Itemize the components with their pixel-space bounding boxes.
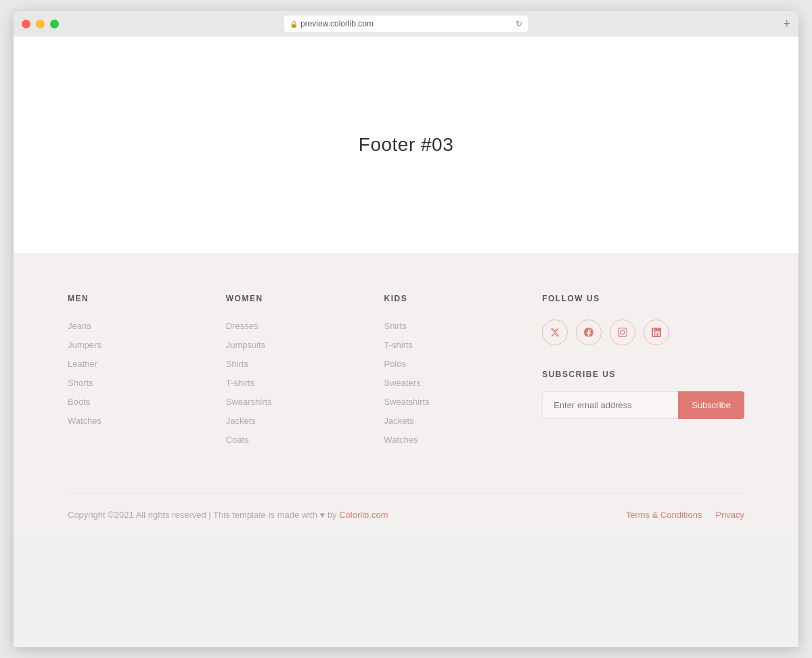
url-text: preview.colorlib.com (300, 19, 374, 28)
list-item: Jumpers (68, 338, 226, 351)
facebook-icon-button[interactable] (576, 320, 602, 345)
men-link-jumpers[interactable]: Jumpers (68, 340, 102, 350)
terms-link[interactable]: Terms & Conditions (626, 510, 702, 520)
social-icons (542, 320, 744, 345)
kids-link-jackets[interactable]: Jackets (384, 416, 413, 426)
refresh-icon[interactable]: ↻ (516, 19, 522, 28)
list-item: Jackets (226, 414, 384, 426)
colorlib-link[interactable]: Colorlib.com (339, 510, 388, 520)
instagram-icon (618, 328, 627, 337)
page-title: Footer #03 (359, 134, 453, 156)
footer-col-women: WOMEN Dresses Jumpsuits Shirts T-shirts … (226, 294, 384, 452)
footer: MEN Jeans Jumpers Leather Shorts Boots W… (14, 253, 798, 536)
kids-link-shirts[interactable]: Shirts (384, 321, 406, 331)
footer-col-men: MEN Jeans Jumpers Leather Shorts Boots W… (68, 294, 226, 452)
footer-women-heading: WOMEN (226, 294, 384, 303)
list-item: Watches (68, 414, 226, 426)
privacy-link[interactable]: Privacy (715, 510, 744, 520)
footer-col-kids: KIDS Shirts T-shirts Polos Sweaters Swea… (384, 294, 542, 452)
subscribe-email-input[interactable] (542, 391, 678, 419)
list-item: Polos (384, 357, 542, 370)
kids-link-tshirts[interactable]: T-shirts (384, 340, 413, 350)
women-link-tshirts[interactable]: T-shirts (226, 378, 255, 388)
browser-content: Footer #03 MEN Jeans Jumpers Leather Sho… (14, 37, 798, 536)
list-item: Shirts (384, 320, 542, 332)
kids-link-watches[interactable]: Watches (384, 435, 418, 445)
list-item: Dresses (226, 320, 384, 332)
linkedin-icon-button[interactable] (644, 320, 669, 345)
list-item: T-shirts (226, 376, 384, 389)
women-link-coats[interactable]: Coats (226, 435, 249, 445)
kids-link-polos[interactable]: Polos (384, 359, 406, 369)
footer-men-heading: MEN (68, 294, 226, 303)
women-link-swearshirts[interactable]: Swearshirts (226, 397, 272, 407)
list-item: T-shirts (384, 338, 542, 351)
footer-follow-heading: FOLLOW US (542, 294, 744, 303)
men-link-jeans[interactable]: Jeans (68, 321, 91, 331)
footer-kids-links: Shirts T-shirts Polos Sweaters Sweatshir… (384, 320, 542, 445)
men-link-watches[interactable]: Watches (68, 416, 102, 426)
footer-women-links: Dresses Jumpsuits Shirts T-shirts Swears… (226, 320, 384, 445)
women-link-dresses[interactable]: Dresses (226, 321, 258, 331)
lock-icon: 🔒 (290, 20, 298, 28)
men-link-boots[interactable]: Boots (68, 397, 90, 407)
linkedin-icon (652, 328, 661, 337)
list-item: Jeans (68, 320, 226, 332)
new-tab-button[interactable]: + (783, 17, 790, 31)
close-button[interactable] (22, 20, 30, 28)
copyright-text: Copyright ©2021 All rights reserved | Th… (68, 510, 339, 520)
footer-bottom: Copyright ©2021 All rights reserved | Th… (68, 493, 744, 536)
list-item: Jackets (384, 414, 542, 426)
page-hero: Footer #03 (14, 37, 798, 253)
footer-men-links: Jeans Jumpers Leather Shorts Boots Watch… (68, 320, 226, 426)
subscribe-heading: SUBSCRIBE US (542, 370, 744, 379)
list-item: Swearshirts (226, 395, 384, 408)
list-item: Shorts (68, 376, 226, 389)
kids-link-sweatshirts[interactable]: Sweatshirts (384, 397, 429, 407)
browser-window: 🔒 preview.colorlib.com ↻ + Footer #03 ME… (14, 11, 798, 647)
maximize-button[interactable] (50, 20, 59, 28)
twitter-icon (550, 328, 560, 337)
list-item: Shirts (226, 357, 384, 370)
list-item: Leather (68, 357, 226, 370)
subscribe-form: Subscribe (542, 391, 744, 419)
subscribe-button[interactable]: Subscribe (678, 391, 744, 419)
instagram-icon-button[interactable] (610, 320, 635, 345)
list-item: Sweaters (384, 376, 542, 389)
minimize-button[interactable] (36, 20, 45, 28)
footer-copyright: Copyright ©2021 All rights reserved | Th… (68, 510, 388, 520)
list-item: Watches (384, 433, 542, 445)
men-link-shorts[interactable]: Shorts (68, 378, 93, 388)
women-link-jackets[interactable]: Jackets (226, 416, 256, 426)
footer-legal-links: Terms & Conditions Privacy (626, 510, 744, 520)
footer-col-follow: FOLLOW US (542, 294, 744, 452)
list-item: Coats (226, 433, 384, 445)
address-bar[interactable]: 🔒 preview.colorlib.com ↻ (284, 16, 528, 32)
list-item: Jumpsuits (226, 338, 384, 351)
footer-kids-heading: KIDS (384, 294, 542, 303)
list-item: Boots (68, 395, 226, 408)
kids-link-sweaters[interactable]: Sweaters (384, 378, 420, 388)
facebook-icon (584, 328, 593, 337)
women-link-jumpsuits[interactable]: Jumpsuits (226, 340, 266, 350)
twitter-icon-button[interactable] (542, 320, 568, 345)
footer-columns: MEN Jeans Jumpers Leather Shorts Boots W… (68, 294, 744, 493)
list-item: Sweatshirts (384, 395, 542, 408)
men-link-leather[interactable]: Leather (68, 359, 97, 369)
browser-titlebar: 🔒 preview.colorlib.com ↻ + (14, 11, 798, 37)
women-link-shirts[interactable]: Shirts (226, 359, 248, 369)
